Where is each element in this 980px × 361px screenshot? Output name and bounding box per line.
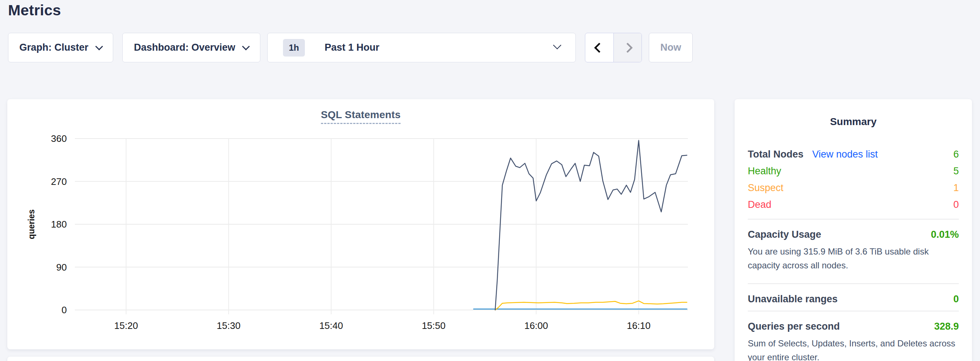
graph-selector-dropdown[interactable]: Graph: Cluster: [8, 33, 113, 62]
total-nodes-label: Total Nodes: [748, 149, 803, 160]
sql-statements-chart-card: SQL Statements 09018027036015:2015:3015:…: [7, 99, 714, 349]
chevron-down-icon: [95, 42, 103, 50]
svg-text:90: 90: [56, 262, 67, 273]
page-title: Metrics: [8, 0, 61, 21]
dead-value: 0: [953, 199, 959, 211]
dashboard-selector-label: Dashboard: Overview: [134, 42, 235, 53]
queries-per-second-description: Sum of Selects, Updates, Inserts, and De…: [748, 337, 959, 361]
dead-nodes-row: Dead 0: [748, 196, 959, 213]
queries-per-second-section: Queries per second 328.9 Sum of Selects,…: [748, 311, 959, 361]
svg-text:16:10: 16:10: [627, 320, 651, 331]
unavailable-ranges-value: 0: [953, 293, 959, 305]
time-window-label: Past 1 Hour: [325, 42, 379, 53]
svg-text:16:00: 16:00: [524, 320, 548, 331]
svg-text:270: 270: [51, 176, 67, 187]
dead-label: Dead: [748, 199, 772, 211]
capacity-usage-label: Capacity Usage: [748, 229, 821, 240]
unavailable-ranges-section: Unavailable ranges 0: [748, 283, 959, 305]
dashboard-selector-dropdown[interactable]: Dashboard: Overview: [123, 33, 260, 62]
unavailable-ranges-label: Unavailable ranges: [748, 293, 838, 305]
total-nodes-value: 6: [953, 149, 959, 160]
svg-text:15:20: 15:20: [114, 320, 138, 331]
svg-text:0: 0: [62, 304, 67, 315]
total-nodes-row: Total Nodes View nodes list 6: [748, 146, 959, 163]
healthy-nodes-row: Healthy 5: [748, 163, 959, 179]
queries-per-second-value: 328.9: [934, 321, 959, 332]
chevron-left-icon: [594, 42, 604, 52]
chevron-down-icon: [553, 41, 562, 50]
svg-text:15:40: 15:40: [319, 320, 343, 331]
now-button[interactable]: Now: [649, 33, 693, 62]
svg-text:15:30: 15:30: [217, 320, 240, 331]
suspect-label: Suspect: [748, 182, 784, 194]
sql-statements-chart-plot[interactable]: 09018027036015:2015:3015:4015:5016:0016:…: [7, 99, 714, 349]
chevron-right-icon: [622, 42, 633, 52]
summary-panel: Summary Total Nodes View nodes list 6 He…: [735, 99, 972, 361]
svg-text:queries: queries: [27, 209, 36, 239]
svg-text:180: 180: [51, 219, 67, 230]
healthy-value: 5: [953, 166, 959, 177]
prev-time-button[interactable]: [585, 33, 614, 62]
suspect-value: 1: [953, 182, 959, 194]
chevron-down-icon: [242, 42, 250, 50]
next-time-button[interactable]: [614, 33, 642, 62]
nodes-status-block: Total Nodes View nodes list 6 Healthy 5 …: [748, 146, 959, 213]
time-window-selector[interactable]: 1h Past 1 Hour: [267, 33, 576, 62]
metrics-page: { "page": { "title": "Metrics" }, "toolb…: [0, 0, 980, 361]
capacity-usage-section: Capacity Usage 0.01% You are using 315.9…: [748, 219, 959, 277]
graph-selector-label: Graph: Cluster: [19, 42, 88, 53]
capacity-usage-description: You are using 315.9 MiB of 3.6 TiB usabl…: [748, 245, 959, 277]
svg-text:15:50: 15:50: [422, 320, 445, 331]
next-chart-card-partial: [7, 356, 714, 361]
time-window-badge: 1h: [283, 39, 305, 57]
suspect-nodes-row: Suspect 1: [748, 179, 959, 196]
time-nav-group: [585, 33, 642, 62]
queries-per-second-label: Queries per second: [748, 321, 840, 332]
view-nodes-list-link[interactable]: View nodes list: [812, 149, 878, 160]
svg-text:360: 360: [51, 133, 67, 144]
summary-title: Summary: [748, 116, 959, 128]
healthy-label: Healthy: [748, 166, 781, 177]
capacity-usage-value: 0.01%: [931, 229, 959, 240]
